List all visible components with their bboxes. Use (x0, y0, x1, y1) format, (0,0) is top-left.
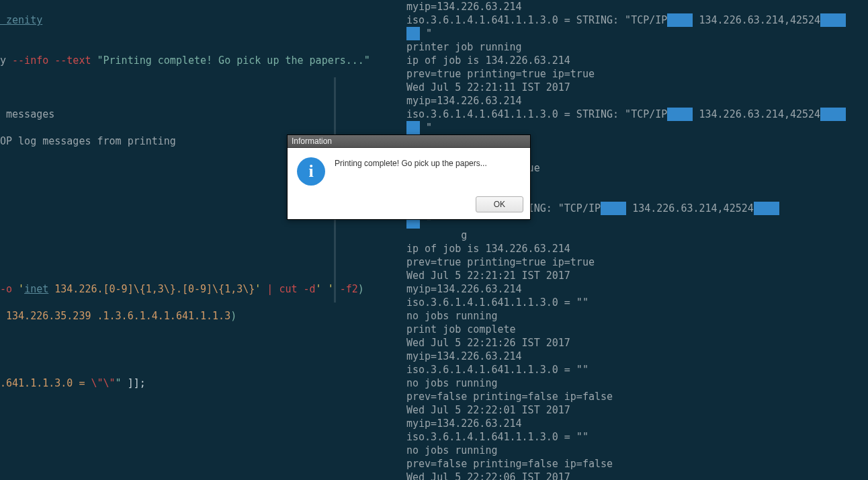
code-string: "Printing complete! Go pick up the paper… (97, 54, 370, 67)
terminal-line: iso.3.6.1.4.1.641.1.1.3.0 = "" (406, 430, 868, 444)
selection-highlight (820, 13, 846, 27)
code-option: --info --text (12, 54, 91, 67)
terminal-line: prev=false printing=false ip=false (406, 457, 868, 471)
dialog-body: i Printing complete! Go pick up the pape… (288, 148, 530, 192)
code-paren: ) (358, 283, 364, 295)
selection-highlight (754, 202, 779, 215)
inet-link: inet (24, 283, 48, 295)
terminal-line: no jobs running (406, 444, 868, 457)
terminal-line: no jobs running (406, 376, 868, 390)
terminal-line: prev=false printing=false ip=false (406, 390, 868, 403)
selection-highlight (667, 13, 693, 27)
terminal-line: Wed Jul 5 22:22:06 IST 2017 (406, 471, 868, 480)
dialog-message: Printing complete! Go pick up the papers… (335, 157, 487, 168)
code-option: -d (304, 283, 316, 295)
selection-highlight (820, 108, 846, 121)
terminal-line: myip=134.226.63.214 (406, 282, 868, 296)
code-option: -f2 (334, 283, 358, 295)
terminal-line: prev=true printing=true ip=true (406, 255, 868, 269)
terminal-line: myip=134.226.63.214 (406, 417, 868, 430)
zenity-link: zenity (0, 14, 42, 26)
dialog-actions: OK (288, 192, 530, 219)
selection-highlight (406, 27, 420, 40)
terminal-line: " (406, 121, 868, 134)
code-text: y (0, 54, 12, 67)
terminal-line: Wed Jul 5 22:21:21 IST 2017 (406, 269, 868, 282)
ok-button[interactable]: OK (476, 196, 523, 212)
code-escape: \"\" (91, 377, 115, 389)
terminal-line: Wed Jul 5 22:21:11 IST 2017 (406, 81, 868, 94)
code-quote: ' (255, 283, 261, 295)
terminal-line: iso.3.6.1.4.1.641.1.1.3.0 = "" (406, 296, 868, 309)
code-option: -o (0, 283, 12, 295)
code-space (322, 283, 328, 295)
terminal-line: ip of job is 134.226.63.214 (406, 242, 868, 255)
code-pipe: | (261, 283, 279, 295)
code-quote: ' (18, 283, 24, 295)
code-paren: ) (230, 310, 236, 322)
editor-pane: zenity y --info --text "Printing complet… (0, 0, 406, 480)
code-quote: ' (328, 283, 334, 295)
terminal-line: no jobs running (406, 309, 868, 323)
terminal-pane[interactable]: myip=134.226.63.214iso.3.6.1.4.1.641.1.1… (406, 0, 868, 480)
terminal-line: " (406, 27, 868, 40)
code-pattern: 134.226.[0-9]\{1,3\}.[0-9]\{1,3\} (48, 283, 255, 295)
selection-highlight (667, 108, 693, 121)
terminal-line: print job complete (406, 323, 868, 336)
terminal-line: Wed Jul 5 22:21:26 IST 2017 (406, 336, 868, 350)
terminal-line: printer job running (406, 40, 868, 54)
terminal-line: iso.3.6.1.4.1.641.1.1.3.0 = STRING: "TCP… (406, 108, 868, 121)
code-end: ]]; (122, 377, 146, 389)
selection-highlight (406, 121, 420, 134)
terminal-line: iso.3.6.1.4.1.641.1.1.3.0 = STRING: "TCP… (406, 13, 868, 27)
terminal-line: g (406, 229, 868, 242)
code-text: messages (0, 108, 406, 121)
code-cmd: cut (279, 283, 303, 295)
terminal-line: myip=134.226.63.214 (406, 350, 868, 363)
terminal-line: Wed Jul 5 22:22:01 IST 2017 (406, 403, 868, 417)
code-number: .641.1.1.3.0 = (0, 377, 91, 389)
code-quote: " (116, 377, 122, 389)
info-dialog: Information i Printing complete! Go pick… (287, 134, 531, 220)
terminal-line: myip=134.226.63.214 (406, 0, 868, 13)
terminal-line: myip=134.226.63.214 (406, 94, 868, 108)
terminal-line: iso.3.6.1.4.1.641.1.1.3.0 = "" (406, 363, 868, 376)
terminal-line: ip of job is 134.226.63.214 (406, 54, 868, 67)
selection-highlight (601, 202, 626, 215)
code-quote: ' (316, 283, 322, 295)
code-number: 134.226.35.239 .1.3.6.1.4.1.641.1.1.3 (0, 310, 230, 322)
info-icon: i (297, 157, 325, 186)
dialog-titlebar[interactable]: Information (288, 135, 530, 148)
terminal-line: prev=true printing=true ip=true (406, 67, 868, 81)
